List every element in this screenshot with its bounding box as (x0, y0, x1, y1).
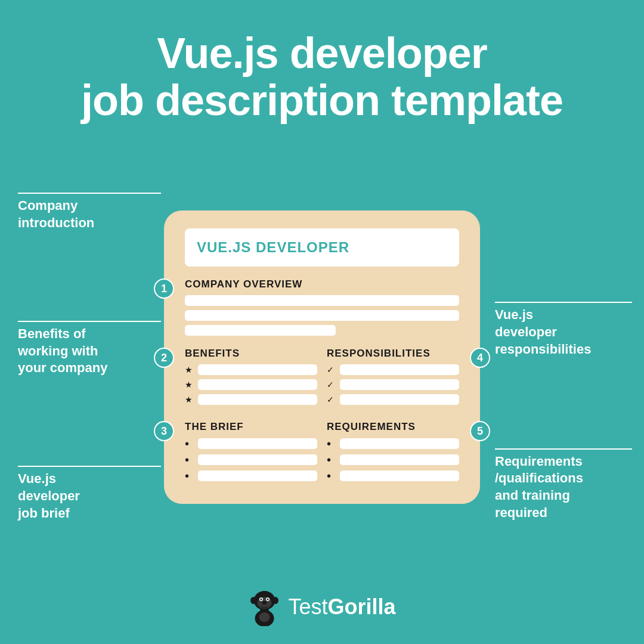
svg-point-10 (259, 612, 270, 622)
resp-bar-2 (340, 379, 459, 390)
benefit-row-2: ★ (185, 379, 317, 390)
req-dot-2: • (327, 454, 336, 466)
brief-col: THE BRIEF • • • (185, 421, 317, 486)
left-annotation-3: Vue.js developer job brief (18, 466, 161, 522)
section-label-overview: COMPANY OVERVIEW (185, 278, 459, 290)
brief-label: THE BRIEF (185, 421, 317, 433)
req-bar-2 (340, 454, 459, 465)
badge-1: 1 (154, 278, 174, 299)
resp-row-1: ✓ (327, 364, 459, 375)
brand-logo: Test Gorilla (288, 595, 395, 620)
resp-row-2: ✓ (327, 379, 459, 390)
footer: Test Gorilla (248, 572, 395, 644)
req-row-3: • (327, 470, 459, 482)
resp-row-3: ✓ (327, 394, 459, 405)
badge-2: 2 (154, 348, 174, 368)
dot-icon-2: • (185, 454, 194, 466)
responsibilities-col: RESPONSIBILITIES ✓ ✓ ✓ (327, 348, 459, 409)
brand-test: Test (288, 595, 327, 620)
svg-point-2 (273, 597, 278, 604)
svg-point-6 (261, 599, 262, 600)
right-annotation-4: Vue.js developer responsibilities (495, 302, 632, 358)
middle-row: 2 4 BENEFITS ★ ★ ★ RESPO (185, 348, 459, 409)
requirements-label: REQUIREMENTS (327, 421, 459, 433)
benefits-label: BENEFITS (185, 348, 317, 360)
star-icon-2: ★ (185, 380, 194, 389)
svg-rect-11 (260, 609, 269, 612)
star-icon-1: ★ (185, 365, 194, 374)
dot-icon-1: • (185, 438, 194, 450)
svg-point-1 (250, 597, 256, 604)
badge-4: 4 (470, 348, 490, 368)
overview-line-1 (185, 295, 459, 306)
overview-line-3 (185, 325, 336, 336)
benefit-row-3: ★ (185, 394, 317, 405)
benefits-col: BENEFITS ★ ★ ★ (185, 348, 317, 409)
brief-row-3: • (185, 470, 317, 482)
check-icon-1: ✓ (327, 365, 336, 374)
left-annotation-2: Benefits of working with your company (18, 321, 161, 377)
resp-bar-1 (340, 364, 459, 375)
badge-3: 3 (154, 421, 174, 441)
brief-row-1: • (185, 438, 317, 450)
job-title-box: VUE.JS DEVELOPER (185, 228, 459, 267)
bottom-row: 3 5 THE BRIEF • • • REQU (185, 421, 459, 486)
resp-bar-3 (340, 394, 459, 405)
left-annotation-1: Company introduction (18, 193, 161, 231)
req-row-2: • (327, 454, 459, 466)
dot-icon-3: • (185, 470, 194, 482)
brief-bar-3 (198, 470, 317, 481)
svg-rect-13 (261, 626, 268, 626)
req-row-1: • (327, 438, 459, 450)
check-icon-2: ✓ (327, 380, 336, 389)
job-title: VUE.JS DEVELOPER (197, 239, 349, 255)
req-bar-3 (340, 470, 459, 481)
req-dot-3: • (327, 470, 336, 482)
star-icon-3: ★ (185, 395, 194, 404)
badge-5: 5 (470, 421, 490, 441)
brief-bar-1 (198, 438, 317, 449)
brief-row-2: • (185, 454, 317, 466)
benefit-bar-3 (198, 394, 317, 405)
check-icon-3: ✓ (327, 395, 336, 404)
req-dot-1: • (327, 438, 336, 450)
brand-gorilla: Gorilla (328, 595, 396, 620)
responsibilities-label: RESPONSIBILITIES (327, 348, 459, 360)
right-annotation-5: Requirements /qualifications and trainin… (495, 448, 632, 521)
main-card: VUE.JS DEVELOPER 1 COMPANY OVERVIEW 2 4 … (164, 210, 480, 504)
content-area: Company introduction Benefits of working… (0, 142, 644, 572)
main-title: Vue.js developer job description templat… (81, 30, 563, 124)
title-section: Vue.js developer job description templat… (33, 0, 611, 142)
req-bar-1 (340, 438, 459, 449)
svg-point-8 (262, 601, 267, 605)
benefit-row-1: ★ (185, 364, 317, 375)
section-company-overview: 1 COMPANY OVERVIEW (185, 278, 459, 336)
requirements-col: REQUIREMENTS • • • (327, 421, 459, 486)
benefit-bar-2 (198, 379, 317, 390)
gorilla-icon (248, 587, 281, 626)
svg-point-7 (267, 599, 269, 600)
overview-line-2 (185, 310, 459, 321)
benefit-bar-1 (198, 364, 317, 375)
brief-bar-2 (198, 454, 317, 465)
